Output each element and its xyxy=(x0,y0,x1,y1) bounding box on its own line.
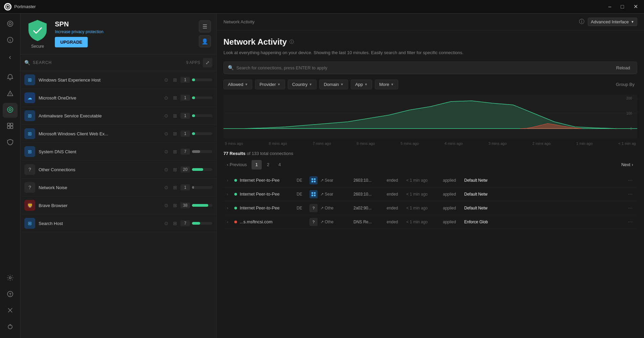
filter-provider-button[interactable]: Provider▼ xyxy=(255,80,285,89)
status-dot xyxy=(234,221,237,223)
conn-profile: Default Netw xyxy=(464,178,498,183)
app-list-item[interactable]: ⊞ Antimalware Service Executable ⊙ ⊞ 1 xyxy=(20,107,216,125)
conn-more-button[interactable]: ··· xyxy=(627,204,634,212)
filter-domain-button[interactable]: Domain▼ xyxy=(319,80,348,89)
reload-button[interactable]: Reload xyxy=(614,64,633,72)
conn-ip: DNS Re... xyxy=(353,220,384,224)
conn-app-icon: ? xyxy=(309,218,318,226)
app-name: Other Connections xyxy=(39,167,159,172)
row-expand-icon[interactable]: › xyxy=(227,206,232,210)
titlebar-left: Portmaster xyxy=(4,3,36,10)
app-privacy-icon[interactable]: ⊙ xyxy=(163,94,170,101)
chart-time-labels: 9 mins ago8 mins ago7 mins ago6 mins ago… xyxy=(223,141,637,145)
app-list-item[interactable]: ? Network Noise ⊙ ⊞ 1 xyxy=(20,179,216,197)
header-info-icon[interactable]: ⓘ xyxy=(579,18,584,25)
conn-more-button[interactable]: ··· xyxy=(627,177,634,184)
app-privacy-icon[interactable]: ⊙ xyxy=(163,76,170,83)
app-settings-icon[interactable]: ⊞ xyxy=(172,112,178,119)
app-settings-icon[interactable]: ⊞ xyxy=(172,202,178,209)
app-privacy-icon[interactable]: ⊙ xyxy=(163,148,170,155)
sidebar-item-home[interactable] xyxy=(3,17,18,32)
sidebar-item-info[interactable]: i xyxy=(3,33,18,48)
sidebar-item-apps[interactable] xyxy=(3,119,18,134)
app-settings-icon[interactable]: ⊞ xyxy=(172,130,178,137)
app-privacy-icon[interactable]: ⊙ xyxy=(163,130,170,137)
sidebar-item-settings[interactable] xyxy=(3,271,18,286)
conn-more-button[interactable]: ··· xyxy=(627,190,634,198)
sidebar-item-warnings[interactable]: ! xyxy=(3,87,18,102)
app-counter: 1 xyxy=(180,113,190,119)
app-settings-icon[interactable]: ⊞ xyxy=(172,76,178,83)
page-1-button[interactable]: 1 xyxy=(252,160,262,170)
page-2-button[interactable]: 2 xyxy=(263,160,273,170)
sidebar-item-back[interactable]: ‹ xyxy=(3,49,18,64)
page-info-icon[interactable]: ⓘ xyxy=(289,39,294,45)
spn-docs-button[interactable]: ☰ xyxy=(199,20,211,32)
sidebar-item-tools[interactable] xyxy=(3,303,18,318)
svg-point-4 xyxy=(9,22,11,25)
filter-app-button[interactable]: App▼ xyxy=(351,80,372,89)
previous-button[interactable]: ‹ Previous xyxy=(223,160,250,169)
interface-select[interactable]: Advanced Interface ▼ xyxy=(588,18,637,26)
app-list-item[interactable]: ⊞ Microsoft Windows Client Web Ex... ⊙ ⊞… xyxy=(20,125,216,143)
svg-text:!: ! xyxy=(9,92,10,96)
row-expand-icon[interactable]: › xyxy=(227,178,232,183)
svg-rect-14 xyxy=(10,126,13,129)
app-list-item[interactable]: ? Other Connections ⊙ ⊞ 20 xyxy=(20,161,216,179)
sidebar-item-network[interactable] xyxy=(3,103,18,118)
question-icon: ? xyxy=(7,291,14,299)
spn-shield-wrapper: Secure xyxy=(26,19,49,49)
app-privacy-icon[interactable]: ⊙ xyxy=(163,112,170,119)
app-privacy-icon[interactable]: ⊙ xyxy=(163,220,170,227)
row-expand-icon[interactable]: › xyxy=(227,220,232,224)
app-list-item[interactable]: 🦁 Brave Browser ⊙ ⊞ 38 xyxy=(20,197,216,215)
expand-icon: ⤢ xyxy=(206,60,210,65)
connection-row[interactable]: › Internet Peer-to-Pee DE ? ↗ Othe 2a02:… xyxy=(223,201,637,215)
filter-allowed-button[interactable]: Allowed▼ xyxy=(223,80,252,89)
connection-row[interactable]: › ...s.msftncsi.com ? ↗ Othe DNS Re... e… xyxy=(223,215,637,229)
maximize-button[interactable]: □ xyxy=(619,3,626,11)
filter-more-button[interactable]: More▼ xyxy=(375,80,399,89)
upgrade-button[interactable]: UPGRADE xyxy=(55,37,88,47)
filter-country-button[interactable]: Country▼ xyxy=(288,80,317,89)
app-settings-icon[interactable]: ⊞ xyxy=(172,220,178,227)
sidebar-item-help[interactable]: ? xyxy=(3,287,18,302)
sidebar-item-alerts[interactable] xyxy=(3,70,18,85)
app-settings-icon[interactable]: ⊞ xyxy=(172,166,178,173)
app-privacy-icon[interactable]: ⊙ xyxy=(163,202,170,209)
app-privacy-icon[interactable]: ⊙ xyxy=(163,184,170,191)
connection-row[interactable]: › Internet Peer-to-Pee DE ↗ Sear 2603:10… xyxy=(223,187,637,201)
minimize-button[interactable]: – xyxy=(606,3,613,11)
group-by-button[interactable]: Group By xyxy=(613,80,637,89)
sidebar-item-security[interactable] xyxy=(3,135,18,150)
conn-ip: 2603:10... xyxy=(353,192,384,197)
app-list-item[interactable]: ☁ Microsoft OneDrive ⊙ ⊞ 1 xyxy=(20,89,216,107)
app-list-item[interactable]: ⊞ Search Host ⊙ ⊞ 7 xyxy=(20,215,216,232)
conn-more-button[interactable]: ··· xyxy=(627,218,634,226)
filter-label: Country xyxy=(292,82,308,87)
app-name: Microsoft Windows Client Web Ex... xyxy=(39,131,159,136)
conn-time: < 1 min ago xyxy=(406,220,440,224)
page-4-button[interactable]: 4 xyxy=(275,160,285,170)
app-privacy-icon[interactable]: ⊙ xyxy=(163,166,170,173)
connection-row[interactable]: › Internet Peer-to-Pee DE ↗ Sear 2603:10… xyxy=(223,174,637,187)
app-settings-icon[interactable]: ⊞ xyxy=(172,94,178,101)
gear-icon xyxy=(7,274,14,283)
network-icon xyxy=(7,106,14,115)
next-button[interactable]: Next › xyxy=(617,160,637,169)
app-settings-icon[interactable]: ⊞ xyxy=(172,184,178,191)
sidebar-item-power[interactable] xyxy=(3,320,18,335)
app-icon: 🦁 xyxy=(24,200,35,211)
spn-account-button[interactable]: 👤 xyxy=(199,35,211,47)
connection-search-input[interactable] xyxy=(236,65,611,70)
app-list-item[interactable]: ⊞ System DNS Client ⊙ ⊞ 7 xyxy=(20,143,216,161)
expand-button[interactable]: ⤢ xyxy=(203,58,212,67)
row-expand-icon[interactable]: › xyxy=(227,192,232,197)
app-settings-icon[interactable]: ⊞ xyxy=(172,148,178,155)
connection-list: › Internet Peer-to-Pee DE ↗ Sear 2603:10… xyxy=(223,174,637,229)
app-list-item[interactable]: ⊞ Windows Start Experience Host ⊙ ⊞ 1 xyxy=(20,71,216,89)
app-counter: 7 xyxy=(180,149,190,155)
app-search-input[interactable] xyxy=(33,60,184,65)
close-button[interactable]: ✕ xyxy=(631,3,640,11)
svg-rect-31 xyxy=(314,181,316,182)
